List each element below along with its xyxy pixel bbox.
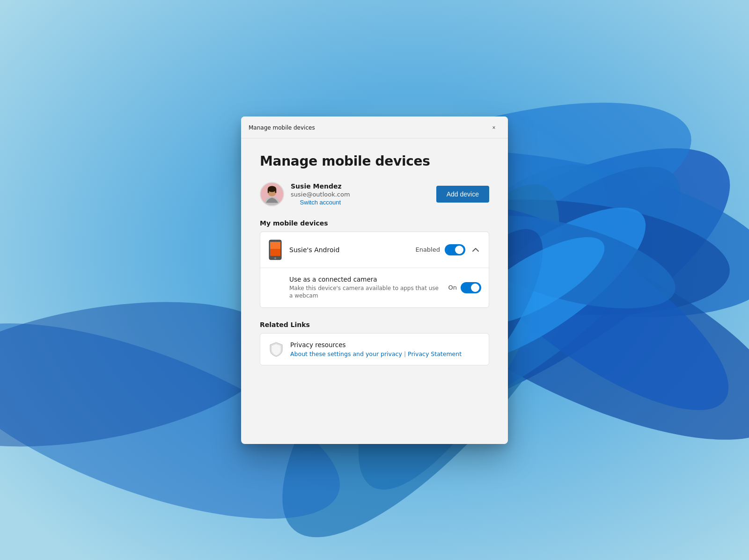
phone-svg	[269, 240, 282, 260]
about-settings-link[interactable]: About these settings and your privacy	[290, 350, 402, 357]
sub-feature-title: Use as a connected camera	[289, 276, 444, 283]
content-area: Manage mobile devices	[241, 138, 508, 444]
device-status-label: Enabled	[415, 246, 440, 253]
device-name: Susie's Android	[289, 246, 409, 254]
avatar-image	[261, 183, 283, 205]
switch-account-button[interactable]: Switch account	[291, 199, 350, 206]
titlebar: Manage mobile devices ×	[241, 116, 508, 138]
account-row: Susie Mendez susie@outlook.com Switch ac…	[260, 182, 489, 206]
privacy-statement-link[interactable]: Privacy Statement	[408, 350, 462, 357]
device-card: Susie's Android Enabled	[260, 232, 489, 308]
privacy-info: Privacy resources About these settings a…	[290, 341, 462, 357]
link-separator: |	[404, 350, 406, 357]
privacy-title: Privacy resources	[290, 341, 462, 349]
account-email: susie@outlook.com	[291, 191, 350, 198]
sub-feature-info: Use as a connected camera Make this devi…	[289, 276, 444, 300]
privacy-links: About these settings and your privacy|Pr…	[290, 350, 462, 357]
shield-icon	[269, 342, 284, 357]
toggle-thumb	[455, 246, 463, 254]
device-enabled-toggle[interactable]	[445, 244, 465, 255]
camera-toggle-thumb	[471, 284, 479, 292]
page-title: Manage mobile devices	[260, 153, 489, 169]
titlebar-title: Manage mobile devices	[249, 124, 315, 131]
device-icon	[268, 239, 283, 261]
manage-devices-window: Manage mobile devices × Manage mobile de…	[241, 116, 508, 444]
add-device-button[interactable]: Add device	[436, 186, 489, 203]
avatar	[260, 182, 284, 206]
chevron-up-icon[interactable]	[470, 244, 481, 255]
camera-toggle[interactable]	[461, 282, 481, 293]
account-details: Susie Mendez susie@outlook.com Switch ac…	[291, 182, 350, 206]
device-status-area: Enabled	[415, 244, 481, 255]
related-links-label: Related Links	[260, 321, 489, 328]
device-main-row: Susie's Android Enabled	[260, 232, 489, 268]
sub-status-label: On	[448, 284, 457, 291]
svg-rect-24	[270, 242, 280, 249]
svg-rect-20	[268, 189, 269, 192]
camera-toggle-track	[461, 282, 481, 293]
close-button[interactable]: ×	[487, 121, 500, 134]
devices-section-label: My mobile devices	[260, 219, 489, 227]
sub-status-area: On	[448, 282, 481, 293]
account-name: Susie Mendez	[291, 182, 350, 190]
related-links-card: Privacy resources About these settings a…	[260, 333, 489, 365]
svg-rect-21	[275, 189, 276, 192]
sub-feature-row: Use as a connected camera Make this devi…	[260, 268, 489, 308]
toggle-track	[445, 244, 465, 255]
svg-point-25	[274, 257, 276, 259]
account-info: Susie Mendez susie@outlook.com Switch ac…	[260, 182, 350, 206]
sub-feature-desc: Make this device's camera available to a…	[289, 284, 444, 300]
